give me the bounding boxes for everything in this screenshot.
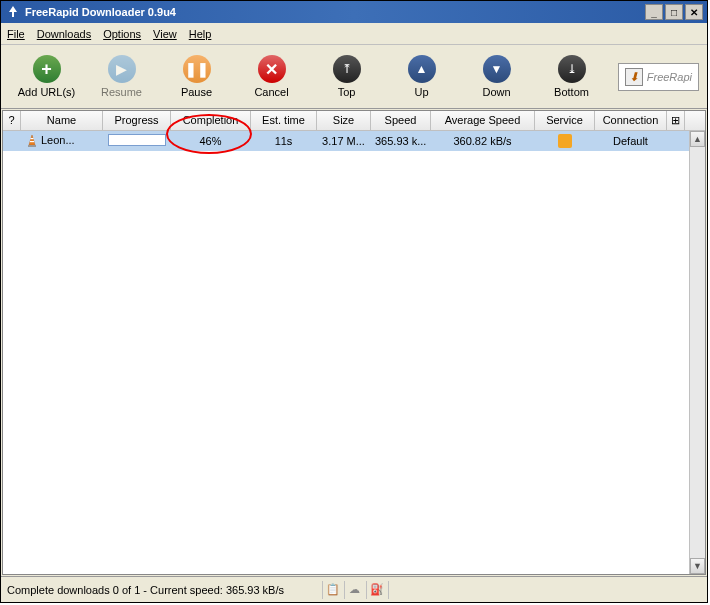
app-icon (5, 4, 21, 20)
window-title: FreeRapid Downloader 0.9u4 (25, 6, 645, 18)
status-text: Complete downloads 0 of 1 - Current spee… (7, 584, 292, 596)
up-icon: ▲ (408, 55, 436, 83)
col-connection[interactable]: Connection (595, 111, 667, 130)
clipboard-monitor-icon[interactable]: 📋 (322, 581, 342, 599)
cancel-icon: ✕ (258, 55, 286, 83)
bottom-button[interactable]: ⤓ Bottom (534, 51, 609, 102)
top-icon: ⤒ (333, 55, 361, 83)
pause-icon: ❚❚ (183, 55, 211, 83)
service-icon (558, 134, 572, 148)
svg-rect-1 (30, 141, 34, 142)
col-avg-speed[interactable]: Average Speed (431, 111, 535, 130)
download-arrow-icon: ⬇ (625, 68, 643, 86)
cell-completion: 46% (171, 133, 251, 149)
col-service[interactable]: Service (535, 111, 595, 130)
cell-service (535, 132, 595, 150)
down-button[interactable]: ▼ Down (459, 51, 534, 102)
cell-progress (103, 132, 171, 150)
top-button[interactable]: ⤒ Top (309, 51, 384, 102)
cell-avg-speed: 360.82 kB/s (431, 133, 535, 149)
menu-view[interactable]: View (153, 28, 177, 40)
svg-rect-0 (31, 138, 34, 139)
cell-est-time: 11s (251, 133, 317, 149)
status-icon-3[interactable]: ⛽ (366, 581, 386, 599)
status-icon-2[interactable]: ☁ (344, 581, 364, 599)
statusbar: Complete downloads 0 of 1 - Current spee… (1, 576, 707, 602)
toolbar: + Add URL(s) ▶ Resume ❚❚ Pause ✕ Cancel … (1, 45, 707, 109)
search-box[interactable]: ⬇ FreeRapi (618, 63, 699, 91)
plus-icon: + (33, 55, 61, 83)
col-menu-button[interactable]: ⊞ (667, 111, 685, 130)
cell-size: 3.17 M... (317, 133, 371, 149)
cancel-button[interactable]: ✕ Cancel (234, 51, 309, 102)
downloads-table: ? Name Progress Completion Est. time Siz… (2, 110, 706, 575)
file-type-icon (25, 134, 39, 148)
pause-button[interactable]: ❚❚ Pause (159, 51, 234, 102)
col-speed[interactable]: Speed (371, 111, 431, 130)
add-url-button[interactable]: + Add URL(s) (9, 51, 84, 102)
menu-downloads[interactable]: Downloads (37, 28, 91, 40)
col-progress[interactable]: Progress (103, 111, 171, 130)
maximize-button[interactable]: □ (665, 4, 683, 20)
scroll-up-button[interactable]: ▲ (690, 131, 705, 147)
svg-rect-2 (28, 145, 36, 147)
cell-speed: 365.93 k... (371, 133, 431, 149)
menu-options[interactable]: Options (103, 28, 141, 40)
scroll-down-button[interactable]: ▼ (690, 558, 705, 574)
col-name[interactable]: Name (21, 111, 103, 130)
play-icon: ▶ (108, 55, 136, 83)
table-header: ? Name Progress Completion Est. time Siz… (3, 111, 705, 131)
close-button[interactable]: ✕ (685, 4, 703, 20)
vertical-scrollbar[interactable]: ▲ ▼ (689, 131, 705, 574)
resume-button[interactable]: ▶ Resume (84, 51, 159, 102)
menu-file[interactable]: File (7, 28, 25, 40)
search-placeholder: FreeRapi (647, 71, 692, 83)
col-size[interactable]: Size (317, 111, 371, 130)
cell-status-icon (3, 139, 21, 143)
bottom-icon: ⤓ (558, 55, 586, 83)
cell-connection: Default (595, 133, 667, 149)
status-separator (388, 581, 408, 599)
down-icon: ▼ (483, 55, 511, 83)
minimize-button[interactable]: _ (645, 4, 663, 20)
table-row[interactable]: Leon... 46% 11s 3.17 M... 365.93 k... 36… (3, 131, 705, 151)
cell-name: Leon... (21, 132, 103, 150)
progress-bar (108, 134, 166, 146)
titlebar: FreeRapid Downloader 0.9u4 _ □ ✕ (1, 1, 707, 23)
col-status[interactable]: ? (3, 111, 21, 130)
menu-help[interactable]: Help (189, 28, 212, 40)
col-completion[interactable]: Completion (171, 111, 251, 130)
menubar: File Downloads Options View Help (1, 23, 707, 45)
up-button[interactable]: ▲ Up (384, 51, 459, 102)
col-est-time[interactable]: Est. time (251, 111, 317, 130)
